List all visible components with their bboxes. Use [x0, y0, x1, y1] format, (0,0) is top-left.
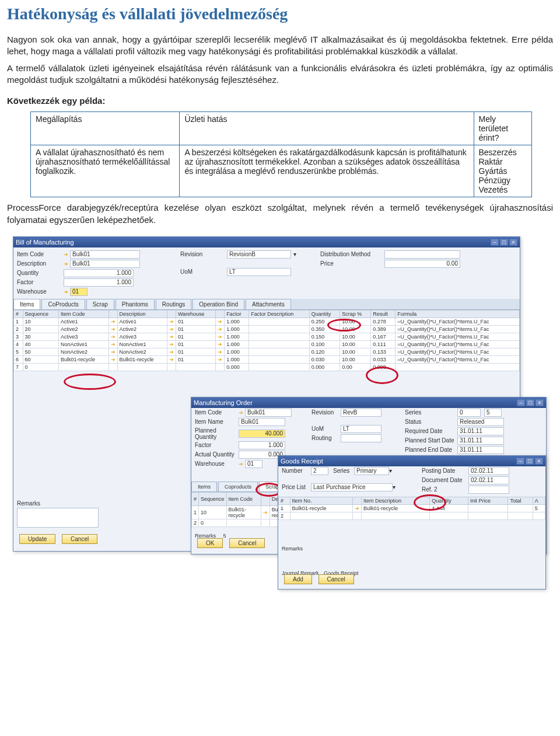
dropdown-icon[interactable]: ▾: [393, 484, 396, 490]
lbl: Series: [405, 409, 457, 416]
field-quantity[interactable]: 1.000: [64, 269, 134, 277]
field-mo-routing[interactable]: [341, 434, 382, 442]
field-mo-uom[interactable]: LT: [341, 425, 382, 433]
lbl: Price List: [282, 484, 311, 490]
tab-routings[interactable]: Routings: [156, 299, 191, 309]
dropdown-icon[interactable]: ▾: [293, 251, 296, 257]
link-arrow-icon[interactable]: ➔: [239, 410, 243, 416]
lbl-revision: Revision: [180, 251, 227, 257]
link-arrow-icon[interactable]: ➔: [64, 289, 68, 295]
intro-para-2: A termelő vállalatok üzleti igényeinek e…: [7, 62, 553, 86]
lbl: Document Date: [422, 477, 468, 483]
tab-items[interactable]: Items: [13, 299, 40, 309]
tab-operation-bind[interactable]: Operation Bind: [192, 299, 244, 309]
field-mo-whs[interactable]: 01: [245, 460, 262, 468]
lbl: Routing: [312, 435, 341, 441]
lbl: Required Date: [405, 428, 457, 434]
close-icon[interactable]: ×: [535, 458, 543, 465]
tab-coproducts[interactable]: CoProducts: [41, 299, 85, 309]
conclusion-para: ProcessForce darabjegyzék/receptúra keze…: [7, 202, 553, 226]
lbl: Planned Quantity: [195, 427, 239, 440]
col-header-1: Megállapítás: [31, 112, 180, 145]
dropdown-icon[interactable]: ▾: [389, 468, 392, 474]
field-gr-doc[interactable]: 02.02.11: [468, 476, 509, 484]
link-arrow-icon[interactable]: ➔: [64, 252, 68, 257]
minimize-icon[interactable]: –: [516, 458, 524, 465]
field-item-code[interactable]: Bulk01: [70, 250, 140, 259]
tab-mo-items[interactable]: Items: [191, 482, 217, 491]
minimize-icon[interactable]: –: [517, 399, 525, 406]
field-revision[interactable]: RevisionB: [227, 250, 291, 259]
close-icon[interactable]: ×: [509, 239, 517, 246]
field-gr-series[interactable]: Primary: [354, 467, 389, 475]
lbl-description: Description: [17, 260, 64, 267]
remarks-input[interactable]: [17, 508, 99, 528]
lbl: UoM: [312, 425, 341, 432]
field-mo-factor[interactable]: 1.000: [239, 441, 285, 449]
lbl: Planned End Date: [405, 447, 457, 453]
window-title-mo: Manufacturing Order: [194, 399, 253, 406]
field-mo-series2[interactable]: 5: [484, 409, 502, 417]
bom-grid[interactable]: #SequenceItem CodeDescriptionWarehouseFa…: [13, 310, 520, 371]
titlebar-bom: Bill of Manufacturing – □ ×: [13, 237, 520, 247]
tab-attachments[interactable]: Attachments: [246, 299, 291, 309]
field-gr-remarks[interactable]: [282, 553, 352, 566]
lbl: Item Code: [195, 409, 239, 416]
field-price[interactable]: 0.00: [384, 260, 460, 268]
field-mo-item-name[interactable]: Bulk01: [239, 418, 285, 426]
lbl-dist: Distribution Method: [320, 251, 384, 257]
cell-1: A vállalat újrahasznosítható és nem újra…: [31, 145, 180, 197]
field-mo-item-code[interactable]: Bulk01: [245, 409, 292, 417]
field-gr-pricelist[interactable]: Last Purchase Price: [311, 483, 393, 491]
page-title: Hatékonyság és vállalati jövedelmezőség: [7, 5, 553, 23]
lbl-price: Price: [320, 260, 384, 267]
link-arrow-icon[interactable]: ➔: [239, 461, 243, 467]
field-gr-posting[interactable]: 02.02.11: [468, 467, 509, 475]
titlebar-gr: Goods Receipt – □ ×: [278, 456, 545, 466]
field-mo-series[interactable]: 0: [457, 409, 481, 417]
close-icon[interactable]: ×: [536, 399, 544, 406]
field-mo-planqty[interactable]: 40.000: [239, 430, 285, 438]
link-arrow-icon[interactable]: ➔: [64, 261, 68, 267]
field-mo-reqdate[interactable]: 31.01.11: [457, 427, 504, 435]
maximize-icon[interactable]: □: [500, 239, 508, 246]
field-mo-status[interactable]: Released: [457, 418, 504, 426]
minimize-icon[interactable]: –: [491, 239, 499, 246]
gr-grid[interactable]: #Item No.Item DescriptionQuantityInit Pr…: [278, 497, 545, 520]
cancel-button[interactable]: Cancel: [62, 534, 97, 544]
lbl: Status: [405, 418, 457, 425]
lbl: Ref. 2: [422, 486, 468, 493]
tab-phantoms[interactable]: Phantoms: [116, 299, 155, 309]
lbl: Posting Date: [422, 468, 468, 474]
cancel-button-mo[interactable]: Cancel: [229, 538, 265, 548]
lbl-quantity: Quantity: [17, 270, 64, 276]
field-dist[interactable]: [384, 250, 460, 259]
window-gr: Goods Receipt – □ × Number2SeriesPrimary…: [278, 455, 546, 590]
field-warehouse[interactable]: 01: [70, 288, 88, 296]
lbl-factor: Factor: [17, 279, 64, 285]
lbl-gr-remarks: Remarks: [282, 546, 303, 552]
field-mo-rev[interactable]: RevB: [341, 409, 382, 417]
tab-mo-coproducts[interactable]: Coproducts: [218, 482, 258, 491]
lbl-uom: UoM: [180, 268, 227, 275]
cell-2: A beszerzési költségeken és rakatárgazdá…: [180, 145, 474, 197]
cancel-button-gr[interactable]: Cancel: [318, 574, 354, 584]
tab-scrap[interactable]: Scrap: [86, 299, 114, 309]
maximize-icon[interactable]: □: [526, 399, 534, 406]
field-description[interactable]: Bulk01: [70, 260, 140, 268]
field-mo-psd[interactable]: 31.01.11: [457, 437, 504, 445]
field-gr-number[interactable]: 2: [311, 467, 328, 475]
add-button[interactable]: Add: [284, 574, 312, 584]
maximize-icon[interactable]: □: [526, 458, 534, 465]
field-mo-ped[interactable]: 31.01.11: [457, 446, 504, 454]
highlight-circle: [64, 374, 116, 390]
titlebar-mo: Manufacturing Order – □ ×: [191, 397, 546, 408]
field-gr-ref[interactable]: [468, 486, 509, 494]
lbl-remarks: Remarks: [17, 500, 40, 507]
intro-para-1: Nagyon sok oka van annak, hogy a gyártói…: [7, 34, 553, 58]
field-factor[interactable]: 1.000: [64, 278, 134, 287]
col-header-2: Üzleti hatás: [180, 112, 474, 145]
update-button[interactable]: Update: [19, 534, 55, 544]
ok-button[interactable]: OK: [197, 538, 223, 548]
field-uom[interactable]: LT: [227, 268, 291, 276]
